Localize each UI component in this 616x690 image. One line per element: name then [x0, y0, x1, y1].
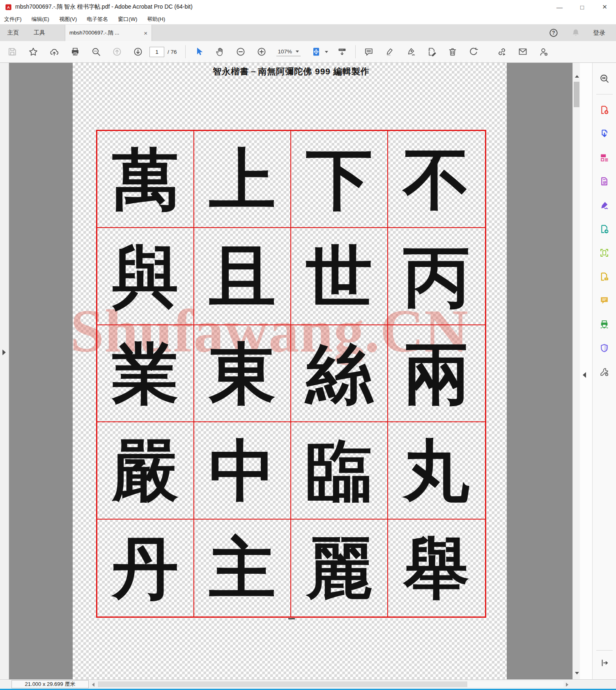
document-canvas: 智永楷書－南無阿彌陀佛 999 編輯製作 Shufawang.CN 萬上下不與且…: [9, 63, 572, 679]
calligraphy-cell: 世: [291, 228, 388, 325]
horizontal-scroll-thumb[interactable]: [98, 681, 467, 687]
scroll-right-icon[interactable]: [566, 683, 568, 687]
title-bar: A mbsh7000697.-.隋 智永 楷书字帖.pdf - Adobe Ac…: [0, 0, 616, 14]
zoom-level-control[interactable]: 107%: [276, 48, 301, 56]
zoom-out-icon[interactable]: [236, 47, 246, 57]
tab-home[interactable]: 主页: [0, 25, 26, 41]
cloud-upload-icon[interactable]: [49, 47, 59, 57]
acrobat-window: A mbsh7000697.-.隋 智永 楷书字帖.pdf - Adobe Ac…: [0, 0, 616, 690]
previous-page-icon[interactable]: [112, 47, 122, 57]
search-icon[interactable]: [91, 47, 101, 57]
calligraphy-cell: 臨: [291, 422, 388, 519]
calligraphy-cell: 丙: [388, 228, 485, 325]
menu-window[interactable]: 窗口(W): [113, 14, 142, 25]
scroll-up-icon[interactable]: [575, 75, 579, 78]
acrobat-pdf-icon: A: [5, 4, 12, 11]
menu-view[interactable]: 视图(V): [54, 14, 82, 25]
calligraphy-cell: 中: [194, 422, 291, 519]
organize-pages-icon[interactable]: [599, 152, 609, 163]
link-icon[interactable]: [497, 47, 507, 57]
svg-text:?: ?: [552, 30, 555, 36]
calligraphy-cell: 絲: [291, 325, 388, 422]
tab-bar: 主页 工具 mbsh7000697.-.隋 ... × ? 登录: [0, 25, 616, 41]
toolbar-divider: [185, 45, 186, 58]
pdf-page[interactable]: 智永楷書－南無阿彌陀佛 999 編輯製作 Shufawang.CN 萬上下不與且…: [73, 63, 507, 679]
sign-pen-icon[interactable]: [406, 47, 416, 57]
protect-pdf-icon[interactable]: [599, 343, 609, 353]
fit-page-icon: [311, 47, 321, 57]
create-pdf-icon[interactable]: [599, 105, 609, 115]
fit-page-control[interactable]: [311, 47, 328, 57]
calligraphy-grid: 萬上下不與且世丙業東絲兩嚴中臨丸丹主麗舉: [96, 130, 486, 618]
tab-document[interactable]: mbsh7000697.-.隋 ... ×: [65, 25, 152, 41]
search-tools-icon[interactable]: [599, 74, 609, 84]
tools-panel: [592, 63, 616, 679]
main-toolbar: / 76 107%: [0, 41, 616, 63]
expand-nav-pane-icon[interactable]: [2, 350, 6, 355]
help-icon[interactable]: ?: [549, 28, 559, 38]
vertical-scrollbar[interactable]: [572, 63, 580, 679]
status-bar: 21.000 x 29.699 厘米: [0, 679, 616, 689]
calligraphy-cell: 東: [194, 325, 291, 422]
minimize-button[interactable]: —: [548, 0, 571, 14]
convert-document-icon[interactable]: [599, 176, 609, 186]
calligraphy-cell: 上: [194, 131, 291, 228]
menu-edit[interactable]: 编辑(E): [27, 14, 54, 25]
menu-esign[interactable]: 电子签名: [82, 14, 113, 25]
zoom-level-value: 107%: [278, 48, 292, 55]
maximize-button[interactable]: □: [571, 0, 593, 14]
scroll-left-icon[interactable]: [92, 683, 94, 687]
more-tools-icon[interactable]: [599, 367, 609, 377]
calligraphy-cell: 萬: [97, 131, 194, 228]
compress-pdf-icon[interactable]: [599, 271, 609, 282]
panel-gutter: [580, 63, 592, 679]
collapse-tools-panel-icon[interactable]: [583, 372, 586, 378]
print-icon[interactable]: [70, 47, 80, 57]
comment-icon[interactable]: [364, 47, 374, 57]
tab-tools[interactable]: 工具: [26, 25, 53, 41]
menu-help[interactable]: 帮助(H): [142, 14, 170, 25]
export-pdf-icon[interactable]: [599, 129, 609, 139]
toolbar-divider: [355, 45, 356, 58]
close-button[interactable]: ✕: [593, 0, 616, 14]
crop-pages-icon[interactable]: [599, 248, 609, 258]
expand-tools-panel-icon[interactable]: [600, 658, 609, 668]
zoom-in-icon[interactable]: [257, 47, 267, 57]
calligraphy-cell: 嚴: [97, 422, 194, 519]
email-icon[interactable]: [518, 47, 528, 57]
add-user-icon[interactable]: [539, 47, 549, 57]
page-footer-dash: [288, 618, 295, 619]
calligraphy-cell: 主: [194, 520, 291, 616]
menu-file[interactable]: 文件(F): [0, 14, 27, 25]
scan-and-ocr-icon[interactable]: [599, 319, 609, 329]
toolbar-display-icon[interactable]: [337, 47, 347, 57]
select-tool-icon[interactable]: [194, 47, 204, 57]
sign-in-button[interactable]: 登录: [593, 29, 605, 37]
next-page-icon[interactable]: [133, 47, 143, 57]
calligraphy-cell: 丹: [97, 520, 194, 616]
tab-close-icon[interactable]: ×: [144, 30, 147, 37]
send-for-signature-icon[interactable]: [599, 224, 609, 234]
highlighter-icon[interactable]: [385, 47, 395, 57]
favorite-star-icon[interactable]: [28, 47, 38, 57]
calligraphy-cell: 兩: [388, 325, 485, 422]
fill-and-sign-tool-icon[interactable]: [599, 200, 609, 210]
hand-tool-icon[interactable]: [215, 47, 225, 57]
delete-trash-icon[interactable]: [448, 47, 457, 57]
page-dimensions: 21.000 x 29.699 厘米: [11, 680, 89, 688]
fill-and-sign-icon[interactable]: [427, 47, 437, 57]
svg-text:A: A: [7, 5, 10, 9]
calligraphy-cell: 業: [97, 325, 194, 422]
notifications-bell-icon[interactable]: [571, 28, 581, 38]
calligraphy-cell: 與: [97, 228, 194, 325]
main-area: 智永楷書－南無阿彌陀佛 999 編輯製作 Shufawang.CN 萬上下不與且…: [0, 63, 616, 679]
vertical-scroll-thumb[interactable]: [574, 82, 579, 107]
fit-page-caret-icon: [325, 51, 328, 53]
scroll-down-icon[interactable]: [575, 672, 579, 674]
page-number-input[interactable]: [149, 47, 164, 57]
rotate-icon[interactable]: [469, 47, 478, 57]
calligraphy-cell: 麗: [291, 520, 388, 616]
comment-tool-icon[interactable]: [599, 295, 609, 306]
save-icon[interactable]: [7, 47, 17, 57]
horizontal-scrollbar[interactable]: [97, 681, 563, 688]
